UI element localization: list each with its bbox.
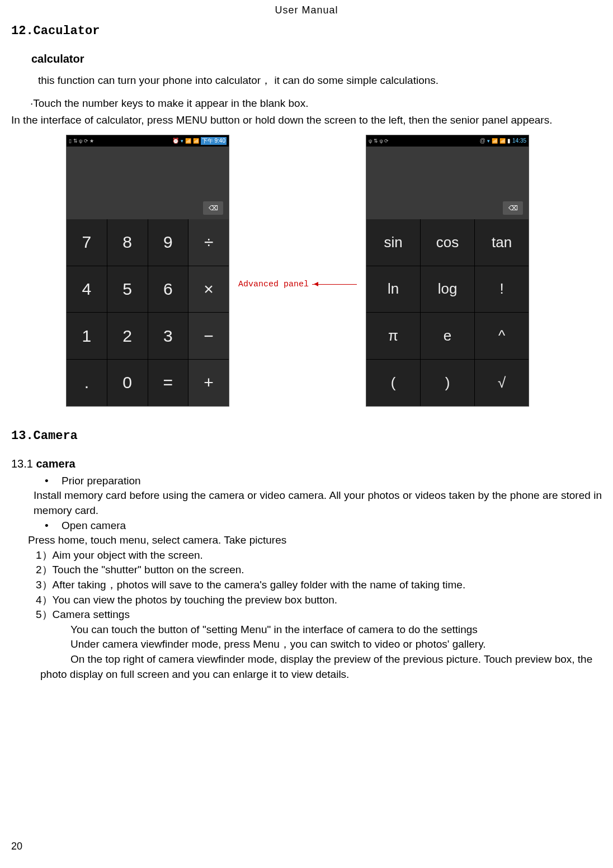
backspace-button[interactable]: ⌫	[203, 201, 223, 215]
key-minus[interactable]: −	[188, 313, 229, 359]
key-4[interactable]: 4	[67, 266, 107, 313]
page-number: 20	[11, 841, 22, 852]
basic-keypad: 7 8 9 ÷ 4 5 6 × 1 2 3 − . 0 = +	[67, 219, 229, 406]
advanced-panel-label: Advanced panel	[238, 280, 309, 289]
prior-prep-description: Install memory card before using the cam…	[34, 488, 602, 518]
key-6[interactable]: 6	[148, 266, 188, 313]
key-power[interactable]: ^	[475, 313, 529, 359]
calculator-intro: this function can turn your phone into c…	[38, 73, 602, 88]
step-1: 1）Aim your object with the screen.	[36, 548, 602, 563]
calc-display-adv: ⌫	[366, 147, 529, 219]
wifi-icon: ▾	[181, 138, 183, 144]
key-8[interactable]: 8	[107, 219, 148, 266]
section-13-title: 13.Camera	[11, 429, 602, 443]
bullet-prior-prep: • Prior preparation	[45, 474, 602, 489]
status-icons-left-adv: ψ ⇅ ψ ⟳	[369, 138, 389, 144]
step-2: 2）Touch the "shutter" button on the scre…	[36, 563, 602, 578]
key-equals[interactable]: =	[148, 360, 188, 406]
camera-settings-3: On the top right of camera viewfinder mo…	[40, 652, 602, 682]
key-0[interactable]: 0	[107, 360, 148, 406]
status-bar-adv: ψ ⇅ ψ ⟳ @ ▾ 📶 📶 ▮ 14:35	[366, 135, 529, 147]
camera-subtitle-bold: camera	[36, 457, 75, 470]
step-5: 5）Camera settings	[36, 607, 602, 622]
key-1[interactable]: 1	[67, 313, 107, 359]
status-time: 下午 9:40	[201, 137, 227, 145]
key-divide[interactable]: ÷	[188, 219, 229, 266]
basic-calc-screenshot: ▯ ⇅ ψ ⟳ ★ ⏰ ▾ 📶 📶 下午 9:40 ⌫ 7 8 9 ÷ 4 5	[66, 135, 229, 407]
step-3: 3）After taking，photos will save to the c…	[36, 578, 602, 593]
signal-icon-adv-2: 📶	[499, 138, 506, 144]
section-12-title: 12.Caculator	[11, 24, 602, 38]
bullet-icon: •	[45, 474, 62, 489]
advanced-panel-annotation: Advanced panel	[238, 280, 357, 289]
bullet-prior-prep-text: Prior preparation	[62, 474, 141, 489]
step-4: 4）You can view the photos by touching th…	[36, 593, 602, 608]
key-ln[interactable]: ln	[366, 266, 420, 313]
key-5[interactable]: 5	[107, 266, 148, 313]
signal-icon: 📶	[185, 138, 191, 144]
wifi-icon-adv: ▾	[487, 138, 490, 144]
status-right-adv: @ ▾ 📶 📶 ▮ 14:35	[480, 138, 526, 144]
key-factorial[interactable]: !	[475, 266, 529, 313]
status-bar: ▯ ⇅ ψ ⟳ ★ ⏰ ▾ 📶 📶 下午 9:40	[67, 135, 229, 147]
camera-settings-1: You can touch the button of "setting Men…	[70, 622, 602, 638]
camera-subtitle-num: 13.1	[11, 457, 36, 470]
key-rparen[interactable]: )	[421, 360, 474, 406]
signal-icon-adv: 📶	[492, 138, 498, 144]
advanced-calc-screenshot: ψ ⇅ ψ ⟳ @ ▾ 📶 📶 ▮ 14:35 ⌫ sin cos tan ln…	[366, 135, 529, 407]
battery-icon: ▮	[507, 138, 511, 144]
at-icon: @	[480, 138, 485, 144]
calculator-bullet: ·Touch the number keys to make it appear…	[30, 96, 602, 111]
key-e[interactable]: e	[421, 313, 474, 359]
key-tan[interactable]: tan	[475, 219, 529, 266]
key-sin[interactable]: sin	[366, 219, 420, 266]
key-7[interactable]: 7	[67, 219, 107, 266]
status-right: ⏰ ▾ 📶 📶 下午 9:40	[172, 137, 227, 145]
calculator-figures: ▯ ⇅ ψ ⟳ ★ ⏰ ▾ 📶 📶 下午 9:40 ⌫ 7 8 9 ÷ 4 5	[66, 135, 602, 407]
alarm-icon: ⏰	[172, 138, 179, 144]
key-plus[interactable]: +	[188, 360, 229, 406]
key-pi[interactable]: π	[366, 313, 420, 359]
key-sqrt[interactable]: √	[475, 360, 529, 406]
calc-display: ⌫	[67, 147, 229, 219]
camera-settings-2: Under camera viewfinder mode, press Menu…	[70, 637, 602, 652]
bullet-icon: •	[45, 518, 62, 534]
arrow-icon	[312, 284, 357, 285]
backspace-button-adv[interactable]: ⌫	[503, 201, 523, 215]
key-log[interactable]: log	[421, 266, 474, 313]
key-multiply[interactable]: ×	[188, 266, 229, 313]
key-9[interactable]: 9	[148, 219, 188, 266]
calculator-subtitle: calculator	[31, 53, 602, 65]
calculator-para: In the interface of calculator, press ME…	[11, 113, 602, 128]
key-3[interactable]: 3	[148, 313, 188, 359]
open-camera-description: Press home, touch menu, select camera. T…	[28, 533, 602, 548]
key-cos[interactable]: cos	[421, 219, 474, 266]
status-icons-left: ▯ ⇅ ψ ⟳ ★	[69, 138, 94, 144]
key-dot[interactable]: .	[67, 360, 107, 406]
advanced-keypad: sin cos tan ln log ! π e ^ ( ) √	[366, 219, 529, 406]
status-time-adv: 14:35	[512, 138, 526, 144]
signal-icon-2: 📶	[193, 138, 199, 144]
key-lparen[interactable]: (	[366, 360, 420, 406]
bullet-open-camera: • Open camera	[45, 518, 602, 534]
bullet-open-camera-text: Open camera	[62, 518, 126, 534]
key-2[interactable]: 2	[107, 313, 148, 359]
page-header: User Manual	[0, 0, 613, 24]
camera-subtitle: 13.1 camera	[11, 457, 602, 470]
